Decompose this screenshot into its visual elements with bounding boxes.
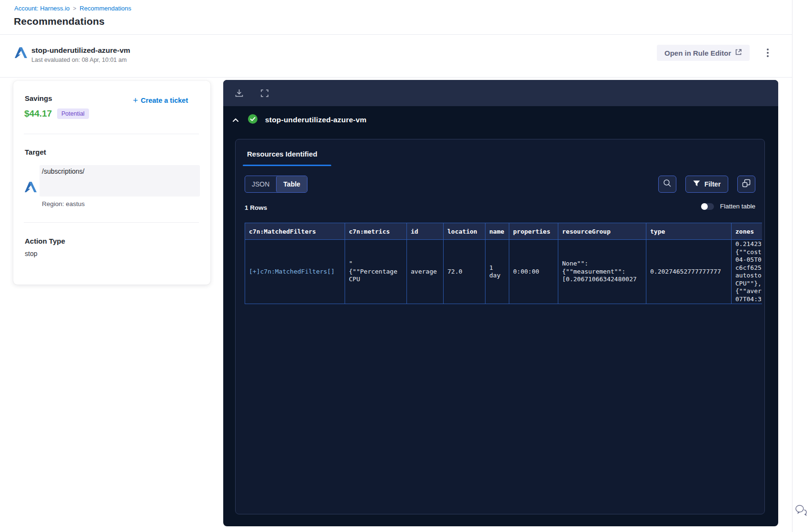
action-type-label: Action Type xyxy=(25,237,65,245)
breadcrumb-account-link[interactable]: Account: Harness.io xyxy=(14,5,69,12)
filter-button[interactable]: Filter xyxy=(685,176,728,193)
breadcrumb: Account: Harness.io > Recommendations xyxy=(14,5,131,12)
success-check-icon xyxy=(248,114,257,126)
recommendation-details-card: Savings + Create a ticket $44.17 Potenti… xyxy=(13,81,210,285)
panel-rule-title: stop-underutilized-azure-vm xyxy=(265,116,366,124)
open-rule-editor-button[interactable]: Open in Rule Editor xyxy=(657,45,750,61)
savings-label: Savings xyxy=(25,94,52,102)
panel-toolbar xyxy=(223,80,778,106)
action-type-value: stop xyxy=(25,250,37,257)
filter-icon xyxy=(693,180,700,188)
flatten-table-control: Flatten table xyxy=(701,203,755,210)
column-header[interactable]: c7n:MatchedFilters xyxy=(245,223,345,240)
cell-properties: 0:00:00 xyxy=(509,240,558,304)
chat-help-icon[interactable] xyxy=(795,503,808,518)
evaluation-output-panel: stop-underutilized-azure-vm Resources Id… xyxy=(223,80,778,526)
breadcrumb-separator: > xyxy=(73,5,76,12)
page-title: Recommendations xyxy=(14,16,105,27)
filter-label: Filter xyxy=(704,180,721,188)
cell-resource-group: None"": {""measurement"": [0.20671066342… xyxy=(558,240,646,304)
more-options-icon[interactable] xyxy=(761,46,775,60)
rows-count: 1 Rows xyxy=(245,204,267,211)
column-header[interactable]: name xyxy=(485,223,509,240)
recommendation-name: stop-underutilized-azure-vm xyxy=(31,46,130,55)
fullscreen-icon[interactable] xyxy=(259,88,270,99)
card-divider xyxy=(24,222,199,223)
column-header[interactable]: location xyxy=(444,223,485,240)
search-button[interactable] xyxy=(658,176,676,193)
resources-table: c7n:MatchedFilters c7n:metrics id locati… xyxy=(245,223,762,304)
active-tab-indicator xyxy=(243,165,331,166)
table-controls-row: JSON Table Filter xyxy=(236,176,764,193)
breadcrumb-page-link[interactable]: Recommendations xyxy=(79,5,131,12)
copy-icon xyxy=(742,179,751,189)
cell-name: 1 day xyxy=(485,240,509,304)
resources-table-wrapper: c7n:MatchedFilters c7n:metrics id locati… xyxy=(245,223,762,304)
recommendation-last-evaluated: Last evaluated on: 08 Apr, 10:01 am xyxy=(31,57,127,63)
target-label: Target xyxy=(25,148,46,156)
right-rail-divider xyxy=(792,0,792,532)
target-region: Region: eastus xyxy=(42,200,85,207)
azure-logo-icon xyxy=(25,182,37,194)
column-header[interactable]: type xyxy=(646,223,732,240)
download-icon[interactable] xyxy=(234,88,244,99)
create-ticket-button[interactable]: + Create a ticket xyxy=(133,97,188,104)
section-divider xyxy=(0,77,792,78)
target-path: /subscriptions/ xyxy=(42,167,84,175)
cell-id: average xyxy=(407,240,444,304)
view-mode-toggle: JSON Table xyxy=(245,176,307,193)
open-rule-editor-label: Open in Rule Editor xyxy=(664,49,731,57)
resources-identified-panel: Resources Identified JSON Table xyxy=(235,139,765,514)
savings-amount: $44.17 xyxy=(24,108,52,119)
collapse-chevron-icon[interactable] xyxy=(231,115,240,125)
column-header[interactable]: properties xyxy=(509,223,558,240)
cell-type: 0.20274652777777777 xyxy=(646,240,732,304)
view-table-option[interactable]: Table xyxy=(276,176,307,192)
plus-icon: + xyxy=(133,97,138,104)
azure-logo-icon xyxy=(15,47,27,60)
table-row: [+]c7n:MatchedFilters[] " {""Percentage … xyxy=(245,240,762,304)
create-ticket-label: Create a ticket xyxy=(141,97,188,104)
search-icon xyxy=(663,179,672,189)
flatten-toggle[interactable] xyxy=(701,203,714,210)
column-header[interactable]: resourceGroup xyxy=(558,223,646,240)
external-link-icon xyxy=(735,49,742,57)
flatten-table-label: Flatten table xyxy=(720,203,755,210)
view-json-option[interactable]: JSON xyxy=(245,176,276,192)
card-divider xyxy=(24,134,199,134)
tab-resources-identified[interactable]: Resources Identified xyxy=(247,150,317,158)
savings-potential-badge: Potential xyxy=(57,108,89,119)
copy-button[interactable] xyxy=(737,176,755,193)
column-header[interactable]: c7n:metrics xyxy=(345,223,407,240)
rule-result-header: stop-underutilized-azure-vm xyxy=(231,114,366,126)
matched-filters-expand-link[interactable]: [+]c7n:MatchedFilters[] xyxy=(249,268,335,275)
cell-location: 72.0 xyxy=(444,240,485,304)
column-header[interactable]: zones xyxy=(732,223,762,240)
cell-metrics: " {""Percentage CPU xyxy=(345,240,407,304)
cell-zones: 0.21423 {""cost 04-05T0 c6cf625 autosto … xyxy=(732,240,762,304)
header-divider xyxy=(0,34,792,35)
column-header[interactable]: id xyxy=(407,223,444,240)
table-header-row: c7n:MatchedFilters c7n:metrics id locati… xyxy=(245,223,762,240)
